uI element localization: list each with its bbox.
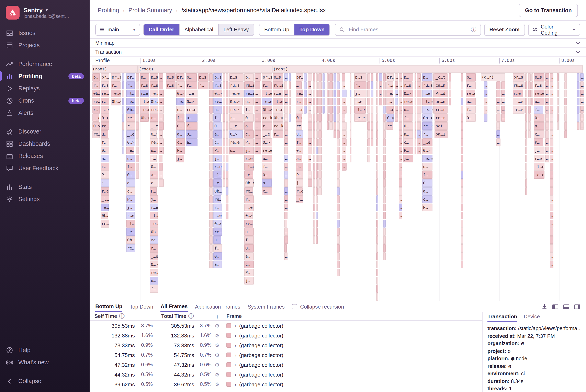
expand-chevron-icon[interactable]: › xyxy=(235,342,236,348)
flame-frame[interactable]: r…s xyxy=(150,82,158,89)
flame-frame[interactable] xyxy=(318,130,322,138)
flame-frame[interactable] xyxy=(334,98,336,106)
flame-frame[interactable]: … xyxy=(342,163,346,170)
flame-frame[interactable]: … xyxy=(550,196,554,203)
flame-frame[interactable]: a… xyxy=(534,122,544,130)
flame-frame[interactable] xyxy=(316,163,318,170)
flame-frame[interactable] xyxy=(284,82,287,89)
flame-frame[interactable]: … xyxy=(399,106,402,114)
flame-frame[interactable] xyxy=(337,114,340,122)
flame-frame[interactable]: 0… xyxy=(214,122,222,130)
flame-frame[interactable]: c… xyxy=(126,187,135,195)
flame-frame[interactable] xyxy=(376,228,378,236)
flame-frame[interactable] xyxy=(226,196,228,203)
flame-frame[interactable] xyxy=(525,73,527,81)
flame-frame[interactable] xyxy=(226,82,228,89)
flame-frame[interactable]: r… xyxy=(422,130,433,138)
transaction-section-header[interactable]: Transaction xyxy=(90,48,586,56)
flame-frame[interactable] xyxy=(376,220,378,228)
table-row[interactable]: 44.32ms0.5% 44.32ms0.5%⚙ ›(garbage colle… xyxy=(90,370,482,380)
flame-frame[interactable] xyxy=(564,82,567,89)
flame-frame[interactable] xyxy=(327,114,329,122)
flame-frame[interactable] xyxy=(210,196,213,203)
flame-frame[interactable] xyxy=(136,106,139,114)
flame-frame[interactable]: _l…e xyxy=(101,196,109,203)
sidebar-item-profiling[interactable]: Profiling beta xyxy=(0,70,90,82)
flame-frame[interactable] xyxy=(334,114,336,122)
flame-frame[interactable]: j… xyxy=(245,146,254,154)
flame-frame[interactable] xyxy=(577,106,579,114)
flame-frame[interactable] xyxy=(525,98,527,106)
flame-frame[interactable]: … xyxy=(255,122,261,130)
flame-frame[interactable]: 0… xyxy=(422,179,433,187)
flame-frame[interactable]: … xyxy=(284,228,288,236)
flame-frame[interactable] xyxy=(313,204,315,211)
flame-frame[interactable] xyxy=(371,82,373,89)
flame-frame[interactable] xyxy=(337,73,340,81)
expand-chevron-icon[interactable]: › xyxy=(235,372,236,378)
flame-frame[interactable] xyxy=(496,82,500,89)
flame-frame[interactable] xyxy=(376,252,378,260)
flame-frame[interactable] xyxy=(210,163,213,170)
flame-frame[interactable]: re…k xyxy=(93,98,100,106)
flame-frame[interactable]: r… xyxy=(245,196,254,203)
flame-frame[interactable] xyxy=(414,90,416,97)
flame-frame[interactable] xyxy=(367,130,370,138)
flame-frame[interactable] xyxy=(223,130,225,138)
flame-frame[interactable]: _…e xyxy=(386,106,394,114)
flame-frame[interactable]: r… xyxy=(214,204,222,211)
flame-frame[interactable] xyxy=(496,90,500,97)
flame-frame[interactable]: … xyxy=(550,82,554,89)
flame-frame[interactable] xyxy=(414,146,416,154)
flame-frame[interactable]: … xyxy=(417,130,421,138)
flame-frame[interactable] xyxy=(550,187,554,195)
flame-frame[interactable] xyxy=(337,236,340,244)
flame-frame[interactable] xyxy=(334,90,336,97)
flame-frame[interactable] xyxy=(545,130,548,138)
flame-frame[interactable]: … xyxy=(550,260,554,268)
flame-frame[interactable]: … xyxy=(545,98,549,106)
reset-zoom-button[interactable]: Reset Zoom xyxy=(484,24,525,36)
flame-frame[interactable] xyxy=(122,90,124,97)
flame-frame[interactable]: re…e xyxy=(126,146,134,154)
flame-frame[interactable]: … xyxy=(308,155,311,162)
flame-frame[interactable]: j… xyxy=(295,179,303,187)
flame-frame[interactable] xyxy=(414,114,416,122)
flame-frame[interactable]: _e…e xyxy=(140,106,149,114)
flame-frame[interactable]: _…e xyxy=(214,212,222,220)
flame-frame[interactable]: … xyxy=(550,114,554,122)
table-row[interactable]: 47.32ms0.6% 47.32ms0.6%⚙ ›(garbage colle… xyxy=(90,360,482,370)
flame-frame[interactable] xyxy=(226,122,228,130)
flame-frame[interactable] xyxy=(210,187,213,195)
flame-frame[interactable] xyxy=(367,82,370,89)
flame-frame[interactable] xyxy=(313,228,315,236)
flame-frame[interactable]: r…e xyxy=(101,187,109,195)
flame-frame[interactable]: j… xyxy=(176,155,184,162)
flame-frame[interactable]: _l…e xyxy=(140,98,149,106)
direction-bottom-up-button[interactable]: Bottom Up xyxy=(259,24,294,35)
flame-frame[interactable] xyxy=(318,179,322,187)
flame-frame[interactable]: u… xyxy=(214,236,221,244)
flame-frame[interactable]: re…r xyxy=(435,106,447,114)
flame-frame[interactable]: … xyxy=(295,82,302,89)
flame-frame[interactable] xyxy=(337,269,340,276)
flame-frame[interactable]: r… xyxy=(262,82,272,89)
flame-frame[interactable]: … xyxy=(484,98,487,106)
flame-frame[interactable] xyxy=(342,73,346,81)
flame-frame[interactable] xyxy=(323,73,324,81)
flame-frame[interactable]: … xyxy=(545,122,549,130)
flame-frame[interactable]: … xyxy=(399,155,402,162)
flame-frame[interactable] xyxy=(318,73,322,81)
flame-frame[interactable]: 0b…> xyxy=(422,114,433,122)
flame-frame[interactable] xyxy=(318,90,322,97)
flame-frame[interactable]: r… xyxy=(262,122,272,130)
flame-frame[interactable]: ba…1 xyxy=(435,130,447,138)
flame-frame[interactable]: r… xyxy=(126,82,135,89)
flame-frame[interactable] xyxy=(367,114,370,122)
flame-frame[interactable] xyxy=(327,82,329,89)
flame-frame[interactable] xyxy=(461,155,463,162)
flame-frame[interactable] xyxy=(367,73,370,81)
flame-frame[interactable]: j… xyxy=(354,90,366,97)
flame-frame[interactable]: r… xyxy=(354,82,366,89)
flame-frame[interactable] xyxy=(226,114,228,122)
